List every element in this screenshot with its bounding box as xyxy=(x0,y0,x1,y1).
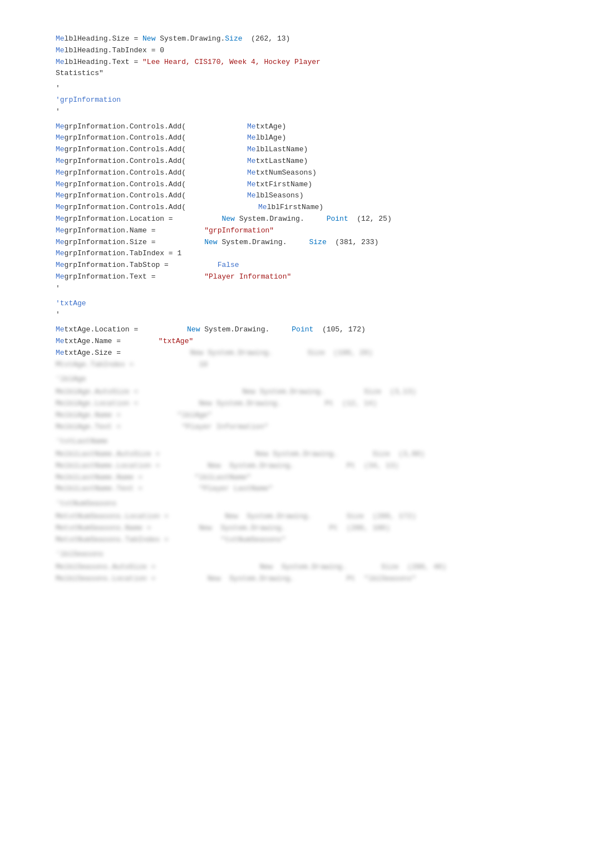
string-value: "txtAge" xyxy=(159,336,193,348)
comment-tick: ' xyxy=(56,106,60,118)
line-add-txtnumseasons: MegrpInformation.Controls.Add(MetxtNumSe… xyxy=(56,167,556,179)
prop-text: grpInformation.TabIndex = 1 xyxy=(65,248,182,260)
comment-tick: ' xyxy=(56,309,60,321)
blurred-txtnumseasons-3: MetxtNumSeasons.TabIndex = "txtNumSeason… xyxy=(56,534,556,546)
me-keyword: Me xyxy=(56,156,65,167)
prop-text: lblHeading.TabIndex = 0 xyxy=(65,45,164,57)
me-keyword: Me xyxy=(247,167,256,179)
prop-text: grpInformation.Text = xyxy=(65,271,160,283)
me-keyword: Me xyxy=(56,144,65,156)
line-add-txtlastname: MegrpInformation.Controls.Add(MetxtLastN… xyxy=(56,156,556,167)
prop-text: grpInformation.Controls.Add( xyxy=(65,156,186,167)
prop-text: lblAge) xyxy=(256,132,287,144)
me-keyword: Me xyxy=(56,132,65,144)
string-value: "Lee Heard, CIS170, Week 4, Hockey Playe… xyxy=(142,57,321,68)
blurred-text: MelblAge.Text = "Player Information" xyxy=(56,421,268,433)
blurred-text: MetxtNumSeasons.Name = New System.Drawin… xyxy=(56,523,390,534)
blurred-lblage-2: MelblAge.Location = New System.Drawing. … xyxy=(56,398,556,410)
size-keyword: Size xyxy=(309,237,326,249)
prop-text: (262, 13) xyxy=(243,33,290,45)
prop-text: grpInformation.Controls.Add( xyxy=(65,132,186,144)
prop-text: grpInformation.Controls.Add( xyxy=(65,144,186,156)
me-keyword: Me xyxy=(247,179,256,191)
prop-text: txtLastName) xyxy=(256,156,308,167)
line-grpinfo-size: MegrpInformation.Size = New System.Drawi… xyxy=(56,237,556,249)
blurred-text: MelblSeasons.AutoSize = New System.Drawi… xyxy=(56,562,446,573)
me-keyword: Me xyxy=(56,33,65,45)
me-keyword: Me xyxy=(56,190,65,202)
prop-text: grpInformation.Controls.Add( xyxy=(65,190,186,202)
line-comment2: ' xyxy=(56,106,556,118)
blurred-text: MelblLastName.AutoSize = New System.Draw… xyxy=(56,449,425,460)
line-blurred-1: MtxtAge.TabIndex = 10 xyxy=(56,359,556,371)
prop-text: lblHeading.Text = xyxy=(65,57,142,68)
me-keyword: Me xyxy=(247,156,256,167)
new-keyword: New xyxy=(204,237,217,249)
blurred-txtlastname-1: MelblLastName.AutoSize = New System.Draw… xyxy=(56,449,556,460)
section-label: 'grpInformation xyxy=(56,95,121,106)
prop-text: grpInformation.Controls.Add( xyxy=(65,121,186,133)
blurred-text: MtxtAge.TabIndex = 10 xyxy=(56,359,208,371)
line-lblheading-tabindex: MelblHeading.TabIndex = 0 xyxy=(56,45,556,57)
line-add-lblage: MegrpInformation.Controls.Add(MelblAge) xyxy=(56,132,556,144)
prop-text: txtAge.Location = xyxy=(65,324,142,336)
blurred-txtlastname-2: MelblLastName.Location = New System.Draw… xyxy=(56,460,556,472)
prop-text: (12, 25) xyxy=(348,214,392,225)
me-keyword: Me xyxy=(56,167,65,179)
line-grpinfo-label: 'grpInformation xyxy=(56,95,556,106)
line-lblheading-size: MelblHeading.Size = New System.Drawing.S… xyxy=(56,33,556,45)
me-keyword: Me xyxy=(247,121,256,133)
string-value: "grpInformation" xyxy=(204,225,274,237)
line-add-lblseasons: MegrpInformation.Controls.Add(MelblSeaso… xyxy=(56,190,556,202)
prop-text: grpInformation.Name = xyxy=(65,225,160,237)
false-keyword: False xyxy=(218,260,239,271)
section-label-txtlastname: 'txtLastName xyxy=(56,436,108,448)
prop-text: grpInformation.Location = xyxy=(65,214,178,225)
section-label-txtage: 'txtAge xyxy=(56,298,86,310)
line-grpinfo-tabindex: MegrpInformation.TabIndex = 1 xyxy=(56,248,556,260)
me-keyword: Me xyxy=(56,248,65,260)
prop-text: lblHeading.Size = xyxy=(65,33,142,45)
me-keyword: Me xyxy=(258,202,267,214)
blurred-lblage-1: MelblAge.AutoSize = New System.Drawing. … xyxy=(56,386,556,398)
me-keyword: Me xyxy=(56,271,65,283)
prop-text: System.Drawing. xyxy=(218,237,287,249)
blurred-lblage-text: MelblAge.Text = "Player Information" xyxy=(56,421,556,433)
prop-text: System.Drawing. xyxy=(235,214,304,225)
me-keyword: Me xyxy=(56,260,65,271)
me-keyword: Me xyxy=(56,45,65,57)
prop-text: txtAge.Size = xyxy=(65,348,125,359)
prop-text: grpInformation.Controls.Add( xyxy=(65,167,186,179)
prop-text: grpInformation.Controls.Add( xyxy=(65,202,186,214)
line-lblheading-text: MelblHeading.Text = "Lee Heard, CIS170, … xyxy=(56,57,556,68)
prop-text: txtAge) xyxy=(256,121,287,133)
line-lblage-label: 'lblAge xyxy=(56,374,556,385)
line-txtage-name: MetxtAge.Name = "txtAge" xyxy=(56,336,556,348)
me-keyword: Me xyxy=(56,225,65,237)
line-grpinfo-tabstop: MegrpInformation.TabStop = False xyxy=(56,260,556,271)
section-label-lblseasons: 'lblSeasons xyxy=(56,549,104,561)
blurred-text: MelblSeasons.Location = New System.Drawi… xyxy=(56,573,416,585)
new-keyword: New xyxy=(142,33,155,45)
me-keyword: Me xyxy=(56,348,65,359)
blurred-lblseasons-2: MelblSeasons.Location = New System.Drawi… xyxy=(56,573,556,585)
prop-text: grpInformation.TabStop = xyxy=(65,260,173,271)
prop-text: Statistics" xyxy=(56,68,104,80)
new-keyword: New xyxy=(221,214,234,225)
line-txtage-location: MetxtAge.Location = New System.Drawing.P… xyxy=(56,324,556,336)
blurred-lblage-3: MelblAge.Name = "lblAge" xyxy=(56,410,556,421)
line-add-lbllastname: MegrpInformation.Controls.Add(MelblLastN… xyxy=(56,144,556,156)
line-txtlastname-label: 'txtLastName xyxy=(56,436,556,448)
blurred-lblseasons-1: MelblSeasons.AutoSize = New System.Drawi… xyxy=(56,562,556,573)
blurred-txtlastname-3: MelblLastName.Name = "lblLastName" xyxy=(56,472,556,484)
line-comment4: ' xyxy=(56,309,556,321)
me-keyword: Me xyxy=(56,214,65,225)
blurred-text: MelblAge.Location = New System.Drawing. … xyxy=(56,398,377,410)
prop-text: lblFirstName) xyxy=(267,202,323,214)
prop-text: lblLastName) xyxy=(256,144,308,156)
point-keyword: Point xyxy=(292,324,313,336)
prop-text: System.Drawing. xyxy=(200,324,269,336)
me-keyword: Me xyxy=(247,132,256,144)
me-keyword: Me xyxy=(56,336,65,348)
prop-text: (105, 172) xyxy=(313,324,366,336)
